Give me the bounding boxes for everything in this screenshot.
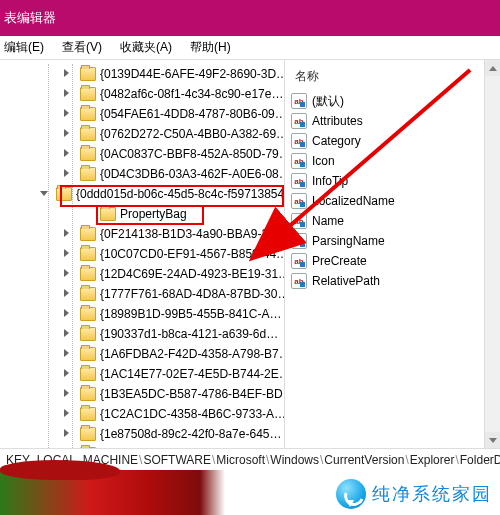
workspace: {0139D44E-6AFE-49F2-8690-3D… {0482af6c-0… xyxy=(0,60,500,448)
list-item[interactable]: abRelativePath xyxy=(291,271,500,291)
folder-icon xyxy=(80,67,96,81)
folder-icon xyxy=(80,167,96,181)
tree-item[interactable]: {1C2AC1DC-4358-4B6C-9733-A… xyxy=(0,404,284,424)
tree-item[interactable]: {0482af6c-08f1-4c34-8c90-e17e… xyxy=(0,84,284,104)
folder-icon xyxy=(80,107,96,121)
menubar: 编辑(E) 查看(V) 收藏夹(A) 帮助(H) xyxy=(0,36,500,60)
tree-item[interactable]: {054FAE61-4DD8-4787-80B6-09… xyxy=(0,104,284,124)
folder-icon xyxy=(80,287,96,301)
scroll-down-button[interactable] xyxy=(485,432,500,448)
tree-item[interactable]: {12D4C69E-24AD-4923-BE19-31… xyxy=(0,264,284,284)
tree-item[interactable]: {18989B1D-99B5-455B-841C-A… xyxy=(0,304,284,324)
list-item[interactable]: abIcon xyxy=(291,151,500,171)
folder-icon xyxy=(80,407,96,421)
tree-item[interactable]: {0F214138-B1D3-4a90-BBA9-27… xyxy=(0,224,284,244)
folder-icon xyxy=(80,147,96,161)
tree-item[interactable]: {1AC14E77-02E7-4E5D-B744-2E… xyxy=(0,364,284,384)
folder-icon xyxy=(80,347,96,361)
tree-item-selected[interactable]: {0ddd015d-b06c-45d5-8c4c-f59713854639} xyxy=(0,184,284,204)
vertical-scrollbar[interactable] xyxy=(484,60,500,448)
scroll-up-button[interactable] xyxy=(485,60,500,76)
regsz-icon: ab xyxy=(291,93,307,109)
tree-item[interactable]: {190337d1-b8ca-4121-a639-6d… xyxy=(0,324,284,344)
tree-pane[interactable]: {0139D44E-6AFE-49F2-8690-3D… {0482af6c-0… xyxy=(0,60,285,448)
folder-icon xyxy=(80,127,96,141)
menu-fav[interactable]: 收藏夹(A) xyxy=(120,39,172,56)
regsz-icon: ab xyxy=(291,273,307,289)
window-title: 表编辑器 xyxy=(4,2,56,34)
values-pane[interactable]: 名称 ab(默认) abAttributes abCategory abIcon… xyxy=(285,60,500,448)
menu-help[interactable]: 帮助(H) xyxy=(190,39,231,56)
folder-icon xyxy=(80,227,96,241)
list-item[interactable]: abCategory xyxy=(291,131,500,151)
list-item[interactable]: abName xyxy=(291,211,500,231)
window-titlebar: 表编辑器 xyxy=(0,0,500,36)
tree-item-label: PropertyBag xyxy=(120,207,187,221)
regsz-icon: ab xyxy=(291,153,307,169)
regsz-icon: ab xyxy=(291,113,307,129)
watermark-logo-icon xyxy=(336,479,366,509)
regsz-icon: ab xyxy=(291,233,307,249)
folder-icon xyxy=(80,307,96,321)
chevron-down-icon[interactable] xyxy=(40,191,48,200)
regsz-icon: ab xyxy=(291,193,307,209)
folder-icon xyxy=(56,187,72,201)
list-item[interactable]: abInfoTip xyxy=(291,171,500,191)
tree-item-label: {0ddd015d-b06c-45d5-8c4c-f59713854639} xyxy=(76,187,284,201)
list-item[interactable]: abAttributes xyxy=(291,111,500,131)
folder-icon xyxy=(80,367,96,381)
tree-item[interactable]: {10C07CD0-EF91-4567-B850-44… xyxy=(0,244,284,264)
menu-edit[interactable]: 编辑(E) xyxy=(4,39,44,56)
list-item[interactable]: ab(默认) xyxy=(291,91,500,111)
regsz-icon: ab xyxy=(291,213,307,229)
folder-icon xyxy=(80,387,96,401)
regsz-icon: ab xyxy=(291,133,307,149)
folder-icon xyxy=(100,207,116,221)
tree-item[interactable]: {1e87508d-89c2-42f0-8a7e-645… xyxy=(0,424,284,444)
folder-icon xyxy=(80,267,96,281)
tree-item[interactable]: {0139D44E-6AFE-49F2-8690-3D… xyxy=(0,64,284,84)
watermark: 纯净系统家园 xyxy=(336,479,492,509)
tree-item[interactable]: {0D4C3DB6-03A3-462F-A0E6-08… xyxy=(0,164,284,184)
watermark-text: 纯净系统家园 xyxy=(372,482,492,506)
tree-item[interactable]: {0AC0837C-BBF8-452A-850D-79… xyxy=(0,144,284,164)
tree-item[interactable]: {1A6FDBA2-F42D-4358-A798-B7… xyxy=(0,344,284,364)
folder-icon xyxy=(80,87,96,101)
list-item[interactable]: abPreCreate xyxy=(291,251,500,271)
tree-item[interactable]: {1777F761-68AD-4D8A-87BD-30… xyxy=(0,284,284,304)
list-item[interactable]: abLocalizedName xyxy=(291,191,500,211)
folder-icon xyxy=(80,427,96,441)
tree-item[interactable]: {1B3EA5DC-B587-4786-B4EF-BD… xyxy=(0,384,284,404)
menu-view[interactable]: 查看(V) xyxy=(62,39,102,56)
tree-item-child[interactable]: PropertyBag xyxy=(0,204,284,224)
regsz-icon: ab xyxy=(291,253,307,269)
tree-item[interactable]: {0762D272-C50A-4BB0-A382-69… xyxy=(0,124,284,144)
regsz-icon: ab xyxy=(291,173,307,189)
folder-icon xyxy=(80,327,96,341)
list-item[interactable]: abParsingName xyxy=(291,231,500,251)
column-header-name[interactable]: 名称 xyxy=(291,64,500,91)
folder-icon xyxy=(80,247,96,261)
